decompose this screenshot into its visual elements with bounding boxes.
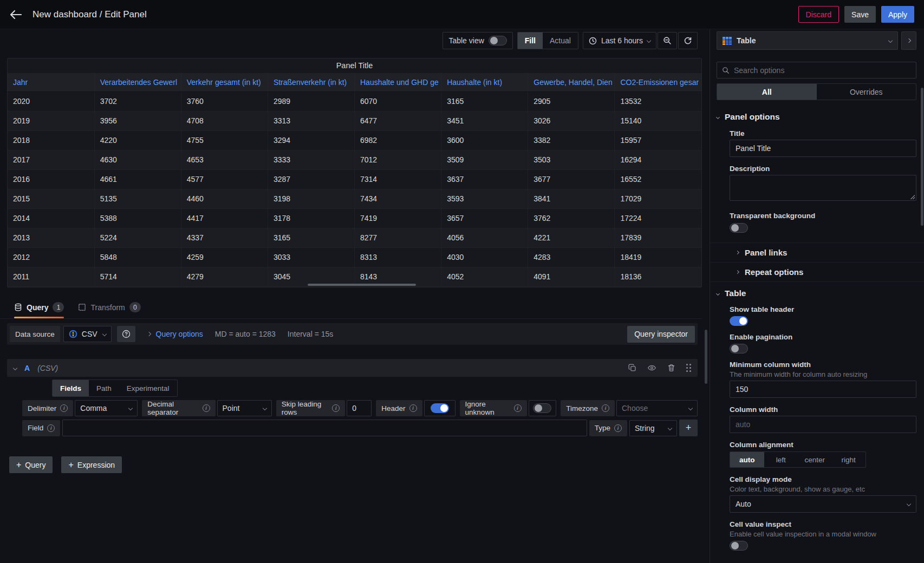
tab-query[interactable]: Query 1	[14, 296, 64, 318]
panel-options-section-header[interactable]: Panel options	[717, 112, 916, 122]
table-cell: 3593	[441, 189, 528, 208]
cell-display-mode-label: Cell display mode	[730, 475, 916, 483]
add-query-button[interactable]: +Query	[9, 456, 53, 473]
datasource-help-button[interactable]	[117, 326, 135, 342]
query-row-header[interactable]: A (CSV)	[7, 359, 698, 377]
table-header-cell[interactable]: Straßenverkehr (in kt)	[268, 73, 354, 91]
table-cell: 7012	[355, 150, 441, 169]
alignment-option-left[interactable]: left	[764, 452, 798, 467]
chevron-right-icon	[146, 332, 151, 336]
drag-handle-icon[interactable]	[686, 364, 691, 372]
tab-all[interactable]: All	[717, 84, 817, 100]
header-toggle[interactable]	[431, 403, 449, 413]
zoom-out-button[interactable]	[658, 32, 677, 49]
options-search[interactable]	[717, 62, 916, 78]
enable-pagination-toggle[interactable]	[730, 344, 748, 353]
field-name-input[interactable]	[62, 420, 587, 436]
tab-path[interactable]: Path	[89, 380, 119, 396]
cell-display-mode-value: Auto	[736, 500, 751, 508]
collapse-chevron-icon[interactable]	[13, 365, 17, 370]
query-options-link[interactable]: Query options	[156, 330, 203, 338]
table-header-cell[interactable]: Verkehr gesamt (in kt)	[181, 73, 268, 91]
cell-value-inspect-toggle[interactable]	[730, 541, 748, 551]
table-header-cell[interactable]: CO2-Emissionen gesar	[615, 73, 701, 91]
column-width-input[interactable]	[730, 416, 916, 433]
add-field-button[interactable]: +	[679, 420, 698, 436]
breadcrumb[interactable]: New dashboard / Edit Panel	[32, 9, 147, 20]
cell-display-mode-select[interactable]: Auto	[730, 495, 916, 513]
tab-experimental[interactable]: Experimental	[119, 380, 177, 396]
tab-overrides[interactable]: Overrides	[817, 84, 916, 100]
table-view-toggle[interactable]	[489, 36, 507, 45]
minimum-column-width-input[interactable]	[730, 381, 916, 398]
plus-icon: +	[68, 460, 73, 470]
transparent-background-toggle[interactable]	[730, 223, 748, 233]
datasource-select[interactable]: CSV	[63, 326, 112, 342]
table-section-header[interactable]: Table	[717, 289, 916, 298]
display-mode-fill[interactable]: Fill	[518, 32, 543, 49]
alignment-option-center[interactable]: center	[798, 452, 832, 467]
field-label: Field	[28, 424, 43, 432]
skip-leading-rows-input[interactable]	[347, 400, 372, 416]
hide-query-eye-icon[interactable]	[647, 364, 656, 372]
description-textarea[interactable]	[730, 175, 916, 201]
back-arrow-icon[interactable]	[10, 10, 22, 19]
decimal-separator-select[interactable]: Point	[217, 400, 272, 416]
alignment-option-right[interactable]: right	[832, 452, 866, 467]
tab-fields[interactable]: Fields	[53, 380, 89, 396]
discard-button[interactable]: Discard	[798, 6, 839, 23]
table-cell: 3600	[441, 130, 528, 150]
table-cell: 3956	[94, 111, 181, 130]
table-header-cell[interactable]: Verarbeitendes Gewerl	[94, 73, 181, 91]
table-header-cell[interactable]: Jahr	[8, 73, 94, 91]
sidebar-scrollbar-thumb[interactable]	[921, 88, 923, 226]
field-type-select[interactable]: String	[629, 420, 677, 436]
table-cell: 2019	[8, 111, 94, 130]
repeat-options-section[interactable]: Repeat options	[710, 262, 924, 282]
collapse-options-pane-button[interactable]	[901, 31, 916, 50]
table-cell: 4337	[181, 228, 268, 247]
decimal-separator-label: Decimal separator	[147, 400, 198, 416]
tab-transform[interactable]: Transform 0	[78, 296, 140, 318]
table-cell: 3178	[268, 208, 354, 228]
table-header-cell[interactable]: Haushalte (in kt)	[441, 73, 528, 91]
table-row: 201453884417317874193657376217224	[8, 208, 701, 228]
panel-links-section[interactable]: Panel links	[710, 243, 924, 262]
time-range-picker[interactable]: Last 6 hours	[583, 32, 656, 49]
table-header-cell[interactable]: Gewerbe, Handel, Dien	[528, 73, 615, 91]
info-icon	[409, 404, 417, 412]
save-button[interactable]: Save	[844, 6, 876, 23]
panel-horizontal-scrollbar[interactable]	[308, 284, 416, 286]
query-inspector-button[interactable]: Query inspector	[627, 326, 695, 343]
show-table-header-toggle[interactable]	[730, 316, 748, 326]
table-header-cell[interactable]: Haushalte und GHD ge	[355, 73, 441, 91]
panel-title-input[interactable]	[730, 140, 916, 157]
refresh-button[interactable]	[678, 32, 698, 49]
timezone-select[interactable]: Choose	[616, 400, 698, 416]
delimiter-select[interactable]: Comma	[75, 400, 138, 416]
query-editor-tabs: Fields Path Experimental	[52, 379, 178, 397]
chevron-right-icon	[736, 270, 739, 274]
duplicate-query-icon[interactable]	[628, 364, 636, 372]
info-icon	[332, 404, 340, 412]
transform-icon	[78, 303, 86, 311]
display-mode-actual[interactable]: Actual	[543, 32, 578, 49]
panel-title: Panel Title	[8, 58, 701, 73]
main-scrollbar-thumb[interactable]	[705, 330, 707, 384]
transparent-background-label: Transparent background	[730, 212, 916, 220]
table-row: 201746304653333370123509350316294	[8, 150, 701, 169]
visualization-picker[interactable]: Table	[717, 31, 898, 50]
options-search-input[interactable]	[734, 66, 911, 75]
table-row: 201842204755329469823600338215957	[8, 130, 701, 150]
datasource-label: Data source	[10, 326, 60, 342]
table-cell: 4283	[528, 247, 615, 267]
apply-button[interactable]: Apply	[881, 6, 914, 23]
ignore-unknown-toggle[interactable]	[533, 403, 551, 413]
info-icon	[60, 404, 68, 412]
add-expression-button[interactable]: +Expression	[61, 456, 122, 473]
alignment-option-auto[interactable]: auto	[730, 452, 764, 467]
resize-handle-icon[interactable]	[909, 194, 915, 199]
table-cell: 17029	[615, 189, 701, 208]
delete-query-trash-icon[interactable]	[667, 364, 675, 372]
table-cell: 2014	[8, 208, 94, 228]
